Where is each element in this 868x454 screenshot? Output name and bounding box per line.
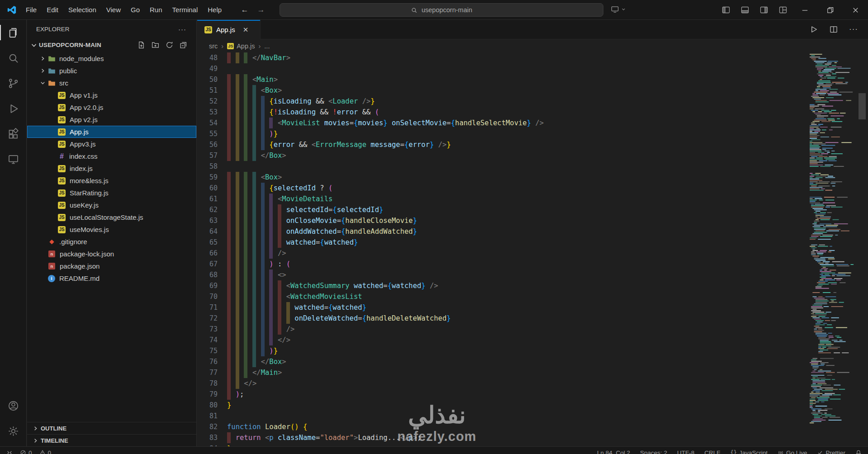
breadcrumb--[interactable]: ... — [264, 43, 270, 50]
code-line-83[interactable]: 83return <p className="loader">Loading..… — [197, 432, 868, 443]
forward-arrow-icon[interactable]: → — [255, 4, 267, 16]
code-line-49[interactable]: 49 — [197, 63, 868, 74]
code-line-55[interactable]: 55)} — [197, 128, 868, 139]
status-language[interactable]: {}JavaScript — [730, 449, 767, 454]
toggle-sidebar-icon[interactable] — [721, 5, 730, 14]
tab-app-js[interactable]: JS App.js ✕ — [197, 20, 261, 39]
file-usemovies.js[interactable]: JSuseMovies.js — [27, 223, 196, 236]
project-section-header[interactable]: USEPOPCORN-MAIN — [27, 38, 196, 52]
toggle-secondary-sidebar-icon[interactable] — [759, 5, 768, 14]
breadcrumb-app-js[interactable]: JSApp.js — [227, 43, 255, 50]
file-app.js[interactable]: JSApp.js — [27, 126, 196, 138]
code-line-63[interactable]: 63onCloseMovie={handleCloseMovie} — [197, 215, 868, 226]
window-restore-button[interactable] — [817, 0, 843, 20]
code-line-61[interactable]: 61<MovieDetails — [197, 194, 868, 204]
status-eol[interactable]: CRLF — [704, 449, 720, 454]
new-window-dropdown[interactable] — [611, 5, 626, 14]
code-line-81[interactable]: 81 — [197, 411, 868, 421]
status-remote[interactable] — [6, 449, 13, 454]
code-line-75[interactable]: 75)} — [197, 345, 868, 356]
file-app-v2.0.js[interactable]: JSApp v2.0.js — [27, 101, 196, 114]
search-icon[interactable] — [0, 45, 27, 71]
status-notifications[interactable] — [855, 449, 862, 454]
status-errors[interactable]: 0 — [20, 449, 32, 454]
file-readme.md[interactable]: iREADME.md — [27, 272, 196, 284]
code-line-60[interactable]: 60{selectedId ? ( — [197, 183, 868, 194]
code-line-48[interactable]: 48</NavBar> — [197, 52, 868, 63]
file-package-lock.json[interactable]: npackage-lock.json — [27, 248, 196, 260]
toggle-panel-icon[interactable] — [740, 5, 749, 14]
file-index.css[interactable]: #index.css — [27, 150, 196, 162]
code-line-57[interactable]: 57</Box> — [197, 150, 868, 161]
code-line-79[interactable]: 79); — [197, 389, 868, 400]
code-line-50[interactable]: 50<Main> — [197, 74, 868, 85]
file-index.js[interactable]: JSindex.js — [27, 162, 196, 175]
menu-help[interactable]: Help — [203, 4, 227, 16]
refresh-icon[interactable] — [166, 41, 173, 49]
file-src[interactable]: src — [27, 77, 196, 89]
code-line-76[interactable]: 76</Box> — [197, 356, 868, 367]
code-line-64[interactable]: 64onAddWatched={handleAddWatched} — [197, 226, 868, 237]
status-encoding[interactable]: UTF-8 — [677, 449, 694, 454]
status-cursor-position[interactable]: Ln 84, Col 2 — [597, 449, 630, 454]
customize-layout-icon[interactable] — [778, 5, 787, 14]
code-line-71[interactable]: 71watched={watched} — [197, 302, 868, 313]
code-line-65[interactable]: 65watched={watched} — [197, 237, 868, 248]
code-line-80[interactable]: 80} — [197, 400, 868, 411]
file-app-v1.js[interactable]: JSApp v1.js — [27, 89, 196, 101]
code-line-52[interactable]: 52{isLoading && <Loader />} — [197, 96, 868, 107]
minimap[interactable] — [808, 52, 856, 454]
run-file-icon[interactable] — [809, 25, 818, 34]
menu-edit[interactable]: Edit — [42, 4, 63, 16]
menu-go[interactable]: Go — [126, 4, 145, 16]
file-more-less.js[interactable]: JSmore&less.js — [27, 175, 196, 187]
code-line-66[interactable]: 66/> — [197, 248, 868, 259]
file-appv3.js[interactable]: JSAppv3.js — [27, 138, 196, 150]
code-line-68[interactable]: 68<> — [197, 270, 868, 280]
status-prettier[interactable]: Prettier — [817, 449, 845, 454]
editor-more-actions-icon[interactable]: ··· — [849, 25, 858, 34]
code-line-69[interactable]: 69<WatchedSummary watched={watched} /> — [197, 280, 868, 291]
code-line-51[interactable]: 51<Box> — [197, 85, 868, 96]
menu-file[interactable]: File — [21, 4, 42, 16]
run-debug-icon[interactable] — [0, 96, 27, 121]
explorer-more-actions-icon[interactable]: ··· — [178, 25, 186, 33]
code-line-72[interactable]: 72onDeleteWatched={handleDeleteWatched} — [197, 313, 868, 324]
new-file-icon[interactable] — [138, 41, 145, 49]
back-arrow-icon[interactable]: ← — [239, 4, 251, 16]
file-usekey.js[interactable]: JSuseKey.js — [27, 199, 196, 211]
menu-run[interactable]: Run — [145, 4, 167, 16]
vscode-logo-icon[interactable] — [7, 5, 17, 15]
code-line-78[interactable]: 78</> — [197, 378, 868, 389]
code-line-53[interactable]: 53{!isLoading && !error && ( — [197, 107, 868, 118]
account-icon[interactable] — [0, 393, 27, 418]
menu-selection[interactable]: Selection — [63, 4, 101, 16]
close-tab-icon[interactable]: ✕ — [243, 26, 249, 34]
file-uselocalstoragestate.js[interactable]: JSuseLocalStorageState.js — [27, 211, 196, 223]
status-go-live[interactable]: Go Live — [778, 449, 807, 454]
command-center-search[interactable]: usepopcorn-main — [280, 3, 603, 17]
window-minimize-button[interactable] — [792, 0, 817, 20]
explorer-icon[interactable] — [0, 20, 27, 45]
file-starrating.js[interactable]: JSStarRating.js — [27, 187, 196, 199]
extensions-icon[interactable] — [0, 121, 27, 147]
code-line-58[interactable]: 58 — [197, 161, 868, 172]
status-indentation[interactable]: Spaces: 2 — [640, 449, 667, 454]
code-area[interactable]: 48</NavBar>4950<Main>51<Box>52{isLoading… — [197, 52, 868, 454]
file-public[interactable]: public — [27, 65, 196, 77]
file-.gitignore[interactable]: .gitignore — [27, 236, 196, 248]
file-package.json[interactable]: npackage.json — [27, 260, 196, 272]
code-line-59[interactable]: 59<Box> — [197, 172, 868, 183]
source-control-icon[interactable] — [0, 71, 27, 96]
new-folder-icon[interactable] — [152, 41, 159, 49]
timeline-panel-header[interactable]: TIMELINE — [27, 434, 196, 446]
code-line-70[interactable]: 70<WatchedMoviesList — [197, 291, 868, 302]
file-app-v2.js[interactable]: JSApp v2.js — [27, 114, 196, 126]
breadcrumb-src[interactable]: src — [209, 43, 218, 50]
settings-gear-icon[interactable] — [0, 418, 27, 444]
code-line-74[interactable]: 74</> — [197, 335, 868, 345]
code-line-67[interactable]: 67) : ( — [197, 259, 868, 270]
window-close-button[interactable] — [843, 0, 868, 20]
code-line-82[interactable]: 82function Loader() { — [197, 421, 868, 432]
menu-terminal[interactable]: Terminal — [167, 4, 203, 16]
